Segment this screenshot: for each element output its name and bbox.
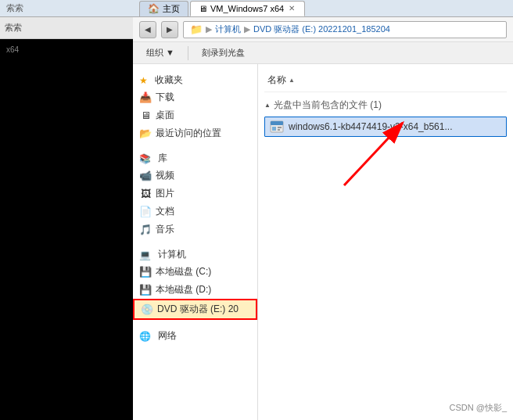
nav-item-documents[interactable]: 📄 文档 (133, 203, 257, 221)
tab-vm[interactable]: 🖥 VM_Windows7 x64 ✕ (190, 1, 305, 16)
vm-label: x64 (6, 45, 19, 54)
nav-panel: ★ 收藏夹 📥 下载 🖥 桌面 📂 最近访问的位置 (133, 64, 258, 420)
path-sep2: ▶ (244, 24, 250, 34)
computer-title: 💻 计算机 (133, 245, 257, 263)
nav-section-network: 🌐 网络 (133, 326, 257, 344)
computer-icon: 💻 (139, 249, 151, 260)
nav-item-video[interactable]: 📹 视频 (133, 167, 257, 185)
address-path[interactable]: 📁 ▶ 计算机 ▶ DVD 驱动器 (E:) 20221201_185204 (183, 21, 507, 38)
sidebar-search-label: 索索 (5, 22, 22, 34)
address-bar: ◀ ▶ 📁 ▶ 计算机 ▶ DVD 驱动器 (E:) 20221201_1852… (133, 17, 513, 42)
video-icon: 📹 (139, 170, 152, 182)
network-icon: 🌐 (139, 331, 151, 342)
path-computer[interactable]: 计算机 (215, 23, 241, 35)
dvd-icon: 💿 (141, 303, 153, 316)
nav-item-music[interactable]: 🎵 音乐 (133, 221, 257, 239)
content-area: ★ 收藏夹 📥 下载 🖥 桌面 📂 最近访问的位置 (133, 64, 513, 420)
nav-item-download[interactable]: 📥 下载 (133, 88, 257, 106)
organize-button[interactable]: 组织 ▼ (139, 45, 181, 62)
sort-asc-icon: ▲ (289, 77, 295, 84)
library-icon: 📚 (139, 153, 151, 164)
forward-button[interactable]: ▶ (161, 21, 178, 38)
svg-rect-2 (272, 127, 276, 131)
file-section-label: 光盘中当前包含的文件 (1) (264, 95, 507, 115)
name-column-header[interactable]: 名称 ▲ (264, 72, 298, 88)
tab-home[interactable]: 🏠 主页 (139, 1, 188, 16)
path-sep1: ▶ (206, 24, 212, 34)
address-icon: 📁 (190, 23, 203, 35)
network-title: 🌐 网络 (133, 326, 257, 344)
nav-section-favorites: ★ 收藏夹 📥 下载 🖥 桌面 📂 最近访问的位置 (133, 70, 257, 142)
tab-vm-icon: 🖥 (199, 4, 207, 13)
main-container: 索索 x64 ◀ ▶ 📁 ▶ 计算机 ▶ DVD 驱动器 (E:) 202212… (0, 17, 513, 420)
drive-d-icon: 💾 (139, 284, 152, 296)
file-list: 名称 ▲ 光盘中当前包含的文件 (1) (258, 64, 513, 420)
svg-rect-1 (271, 121, 283, 125)
tab-vm-close[interactable]: ✕ (287, 4, 296, 13)
toolbar: 组织 ▼ 刻录到光盘 (133, 42, 513, 64)
file-item-name: windows6.1-kb4474419-v3-x64_b561... (289, 121, 501, 132)
nav-item-drive-c[interactable]: 💾 本地磁盘 (C:) (133, 263, 257, 281)
drive-c-icon: 💾 (139, 266, 152, 278)
svg-rect-3 (278, 127, 282, 128)
nav-item-recent[interactable]: 📂 最近访问的位置 (133, 124, 257, 142)
path-dvd[interactable]: DVD 驱动器 (E:) 20221201_185204 (253, 23, 390, 35)
left-sidebar: 索索 x64 (0, 17, 133, 420)
file-item-windows-update[interactable]: windows6.1-kb4474419-v3-x64_b561... (264, 117, 507, 137)
toolbar-divider (188, 46, 188, 60)
tab-home-icon: 🏠 (148, 3, 160, 14)
sidebar-header: 索索 (3, 2, 136, 14)
download-icon: 📥 (139, 92, 152, 104)
burn-button[interactable]: 刻录到光盘 (195, 45, 252, 62)
documents-icon: 📄 (139, 206, 152, 218)
left-sidebar-header: 索索 (0, 17, 133, 39)
tab-home-label: 主页 (163, 3, 180, 15)
file-item-icon (270, 120, 284, 134)
tab-vm-label: VM_Windows7 x64 (210, 4, 284, 13)
back-button[interactable]: ◀ (139, 21, 156, 38)
library-title: 📚 库 (133, 149, 257, 167)
recent-icon: 📂 (139, 127, 152, 140)
nav-item-pictures[interactable]: 🖼 图片 (133, 185, 257, 203)
nav-item-dvd-drive[interactable]: 💿 DVD 驱动器 (E:) 20 (133, 299, 257, 320)
desktop-icon: 🖥 (139, 109, 152, 122)
star-icon: ★ (139, 75, 148, 86)
file-list-column-header: 名称 ▲ (264, 70, 507, 92)
right-content: ◀ ▶ 📁 ▶ 计算机 ▶ DVD 驱动器 (E:) 20221201_1852… (133, 17, 513, 420)
nav-section-library: 📚 库 📹 视频 🖼 图片 📄 文档 (133, 149, 257, 239)
nav-item-drive-d[interactable]: 💾 本地磁盘 (D:) (133, 281, 257, 299)
nav-section-computer: 💻 计算机 💾 本地磁盘 (C:) 💾 本地磁盘 (D:) 💿 DVD 驱动器 … (133, 245, 257, 320)
watermark: CSDN @快影_ (449, 402, 507, 414)
tab-list: 🏠 主页 🖥 VM_Windows7 x64 ✕ (139, 1, 510, 16)
music-icon: 🎵 (139, 224, 152, 236)
nav-item-desktop[interactable]: 🖥 桌面 (133, 106, 257, 124)
left-sidebar-body: x64 (0, 39, 133, 420)
sidebar-label: 索索 (3, 2, 27, 14)
pictures-icon: 🖼 (139, 188, 152, 200)
svg-rect-4 (278, 129, 280, 131)
favorites-title: ★ 收藏夹 (133, 70, 257, 88)
tab-bar: 索索 🏠 主页 🖥 VM_Windows7 x64 ✕ (0, 0, 513, 17)
